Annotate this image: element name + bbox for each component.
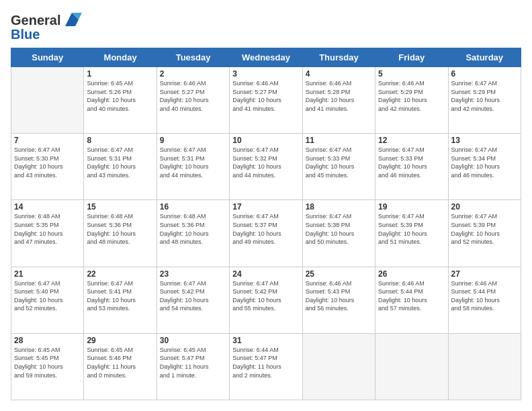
day-number: 3 — [232, 69, 299, 79]
day-number: 23 — [160, 269, 226, 279]
calendar-cell: 23Sunrise: 6:47 AM Sunset: 5:42 PM Dayli… — [157, 267, 229, 333]
calendar-header-row: SundayMondayTuesdayWednesdayThursdayFrid… — [11, 48, 521, 67]
calendar-cell: 15Sunrise: 6:48 AM Sunset: 5:36 PM Dayli… — [84, 200, 157, 267]
day-number: 24 — [232, 269, 299, 279]
calendar-cell: 31Sunrise: 6:44 AM Sunset: 5:47 PM Dayli… — [230, 333, 302, 400]
calendar-header-tuesday: Tuesday — [157, 48, 229, 67]
day-info: Sunrise: 6:47 AM Sunset: 5:37 PM Dayligh… — [232, 212, 299, 246]
day-number: 11 — [306, 136, 372, 145]
day-info: Sunrise: 6:47 AM Sunset: 5:38 PM Dayligh… — [306, 212, 372, 246]
day-number: 18 — [306, 202, 372, 212]
calendar-cell: 7Sunrise: 6:47 AM Sunset: 5:30 PM Daylig… — [11, 134, 84, 200]
day-info: Sunrise: 6:46 AM Sunset: 5:44 PM Dayligh… — [451, 279, 518, 313]
calendar-header-monday: Monday — [84, 48, 157, 67]
calendar-cell: 22Sunrise: 6:47 AM Sunset: 5:41 PM Dayli… — [84, 267, 157, 333]
calendar-cell: 8Sunrise: 6:47 AM Sunset: 5:31 PM Daylig… — [84, 134, 157, 200]
day-number: 6 — [451, 69, 518, 79]
calendar-cell: 14Sunrise: 6:48 AM Sunset: 5:35 PM Dayli… — [11, 200, 84, 267]
day-number: 8 — [87, 136, 153, 145]
day-info: Sunrise: 6:47 AM Sunset: 5:32 PM Dayligh… — [232, 146, 299, 179]
calendar-cell: 4Sunrise: 6:46 AM Sunset: 5:28 PM Daylig… — [302, 67, 375, 134]
day-number: 29 — [87, 336, 153, 345]
calendar-week-row: 14Sunrise: 6:48 AM Sunset: 5:35 PM Dayli… — [11, 200, 521, 267]
day-info: Sunrise: 6:46 AM Sunset: 5:29 PM Dayligh… — [378, 79, 445, 113]
day-info: Sunrise: 6:45 AM Sunset: 5:47 PM Dayligh… — [160, 346, 226, 379]
day-info: Sunrise: 6:47 AM Sunset: 5:31 PM Dayligh… — [87, 146, 153, 179]
day-number: 20 — [451, 202, 518, 212]
day-info: Sunrise: 6:47 AM Sunset: 5:41 PM Dayligh… — [87, 279, 153, 313]
day-number: 30 — [160, 336, 226, 345]
calendar-header-sunday: Sunday — [11, 48, 84, 67]
day-info: Sunrise: 6:48 AM Sunset: 5:36 PM Dayligh… — [87, 212, 153, 246]
calendar-week-row: 7Sunrise: 6:47 AM Sunset: 5:30 PM Daylig… — [11, 134, 521, 200]
day-number: 5 — [378, 69, 445, 79]
day-number: 26 — [378, 269, 445, 279]
calendar-cell — [375, 333, 448, 400]
calendar-cell: 30Sunrise: 6:45 AM Sunset: 5:47 PM Dayli… — [157, 333, 229, 400]
calendar-cell: 18Sunrise: 6:47 AM Sunset: 5:38 PM Dayli… — [302, 200, 375, 267]
calendar-cell: 13Sunrise: 6:47 AM Sunset: 5:34 PM Dayli… — [448, 134, 521, 200]
day-number: 14 — [14, 202, 81, 212]
day-number: 1 — [87, 69, 153, 79]
calendar-cell: 20Sunrise: 6:47 AM Sunset: 5:39 PM Dayli… — [448, 200, 521, 267]
calendar-cell: 1Sunrise: 6:45 AM Sunset: 5:26 PM Daylig… — [84, 67, 157, 134]
calendar-week-row: 28Sunrise: 6:45 AM Sunset: 5:45 PM Dayli… — [11, 333, 521, 400]
day-info: Sunrise: 6:44 AM Sunset: 5:47 PM Dayligh… — [232, 346, 299, 379]
day-number: 17 — [232, 202, 299, 212]
calendar-week-row: 1Sunrise: 6:45 AM Sunset: 5:26 PM Daylig… — [11, 67, 521, 134]
calendar-cell: 5Sunrise: 6:46 AM Sunset: 5:29 PM Daylig… — [375, 67, 448, 134]
calendar-cell: 21Sunrise: 6:47 AM Sunset: 5:40 PM Dayli… — [11, 267, 84, 333]
header: General Blue — [11, 11, 521, 42]
day-info: Sunrise: 6:45 AM Sunset: 5:46 PM Dayligh… — [87, 346, 153, 379]
day-number: 12 — [378, 136, 445, 145]
calendar-header-thursday: Thursday — [302, 48, 375, 67]
calendar-cell: 28Sunrise: 6:45 AM Sunset: 5:45 PM Dayli… — [11, 333, 84, 400]
day-number: 27 — [451, 269, 518, 279]
logo: General Blue — [11, 11, 82, 42]
day-info: Sunrise: 6:46 AM Sunset: 5:44 PM Dayligh… — [378, 279, 445, 313]
day-info: Sunrise: 6:48 AM Sunset: 5:36 PM Dayligh… — [160, 212, 226, 246]
day-info: Sunrise: 6:47 AM Sunset: 5:33 PM Dayligh… — [306, 146, 372, 179]
day-number: 10 — [232, 136, 299, 145]
day-info: Sunrise: 6:47 AM Sunset: 5:40 PM Dayligh… — [14, 279, 81, 313]
logo-icon — [62, 9, 82, 30]
calendar-cell: 26Sunrise: 6:46 AM Sunset: 5:44 PM Dayli… — [375, 267, 448, 333]
day-info: Sunrise: 6:45 AM Sunset: 5:45 PM Dayligh… — [14, 346, 81, 379]
calendar-cell: 6Sunrise: 6:47 AM Sunset: 5:29 PM Daylig… — [448, 67, 521, 134]
calendar-cell: 25Sunrise: 6:46 AM Sunset: 5:43 PM Dayli… — [302, 267, 375, 333]
day-info: Sunrise: 6:46 AM Sunset: 5:28 PM Dayligh… — [306, 79, 372, 113]
calendar-cell: 27Sunrise: 6:46 AM Sunset: 5:44 PM Dayli… — [448, 267, 521, 333]
day-number: 31 — [232, 336, 299, 345]
day-info: Sunrise: 6:47 AM Sunset: 5:33 PM Dayligh… — [378, 146, 445, 179]
calendar-cell: 29Sunrise: 6:45 AM Sunset: 5:46 PM Dayli… — [84, 333, 157, 400]
day-info: Sunrise: 6:46 AM Sunset: 5:27 PM Dayligh… — [232, 79, 299, 113]
day-info: Sunrise: 6:47 AM Sunset: 5:42 PM Dayligh… — [232, 279, 299, 313]
calendar-cell: 9Sunrise: 6:47 AM Sunset: 5:31 PM Daylig… — [157, 134, 229, 200]
day-number: 13 — [451, 136, 518, 145]
calendar-week-row: 21Sunrise: 6:47 AM Sunset: 5:40 PM Dayli… — [11, 267, 521, 333]
day-number: 28 — [14, 336, 81, 345]
calendar-cell: 2Sunrise: 6:46 AM Sunset: 5:27 PM Daylig… — [157, 67, 229, 134]
day-info: Sunrise: 6:47 AM Sunset: 5:31 PM Dayligh… — [160, 146, 226, 179]
day-info: Sunrise: 6:47 AM Sunset: 5:39 PM Dayligh… — [451, 212, 518, 246]
day-number: 22 — [87, 269, 153, 279]
calendar-table: SundayMondayTuesdayWednesdayThursdayFrid… — [11, 48, 521, 400]
calendar-cell: 11Sunrise: 6:47 AM Sunset: 5:33 PM Dayli… — [302, 134, 375, 200]
day-info: Sunrise: 6:47 AM Sunset: 5:42 PM Dayligh… — [160, 279, 226, 313]
calendar-cell — [448, 333, 521, 400]
calendar-cell — [11, 67, 84, 134]
calendar-cell: 24Sunrise: 6:47 AM Sunset: 5:42 PM Dayli… — [230, 267, 302, 333]
day-number: 15 — [87, 202, 153, 212]
logo-general: General — [11, 13, 60, 28]
day-number: 16 — [160, 202, 226, 212]
day-number: 2 — [160, 69, 226, 79]
day-number: 7 — [14, 136, 81, 145]
day-info: Sunrise: 6:48 AM Sunset: 5:35 PM Dayligh… — [14, 212, 81, 246]
day-info: Sunrise: 6:46 AM Sunset: 5:43 PM Dayligh… — [306, 279, 372, 313]
calendar-body: 1Sunrise: 6:45 AM Sunset: 5:26 PM Daylig… — [11, 67, 521, 400]
calendar-header-saturday: Saturday — [448, 48, 521, 67]
calendar-cell: 17Sunrise: 6:47 AM Sunset: 5:37 PM Dayli… — [230, 200, 302, 267]
calendar-cell: 12Sunrise: 6:47 AM Sunset: 5:33 PM Dayli… — [375, 134, 448, 200]
day-info: Sunrise: 6:46 AM Sunset: 5:27 PM Dayligh… — [160, 79, 226, 113]
day-info: Sunrise: 6:47 AM Sunset: 5:39 PM Dayligh… — [378, 212, 445, 246]
